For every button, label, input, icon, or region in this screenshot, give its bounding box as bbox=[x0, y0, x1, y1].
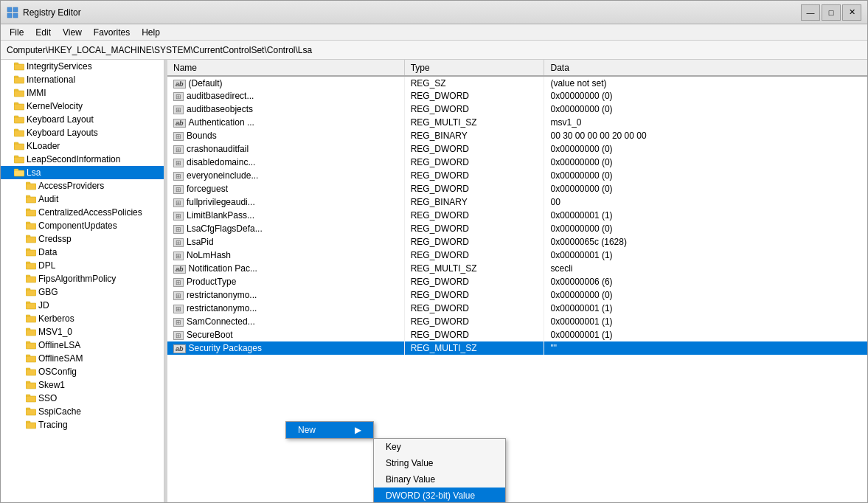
svg-rect-43 bbox=[26, 316, 36, 322]
table-row[interactable]: ⊞restrictanonymo...REG_DWORD0x00000001 (… bbox=[167, 302, 867, 315]
col-header-name[interactable]: Name bbox=[167, 60, 404, 76]
expand-icon bbox=[15, 407, 24, 416]
table-row[interactable]: ⊞LsaCfgFlagsDefa...REG_DWORD0x00000000 (… bbox=[167, 222, 867, 235]
folder-icon bbox=[26, 341, 36, 350]
table-row[interactable]: ⊞auditbaseobjectsREG_DWORD0x00000000 (0) bbox=[167, 103, 867, 116]
context-new-item[interactable]: New ▶ bbox=[286, 422, 373, 438]
submenu-item[interactable]: Key bbox=[374, 439, 505, 455]
tree-item[interactable]: Audit bbox=[1, 192, 164, 206]
expand-icon bbox=[15, 248, 24, 257]
tree-item[interactable]: MSV1_0 bbox=[1, 325, 164, 339]
expand-icon bbox=[15, 314, 24, 323]
menu-help[interactable]: Help bbox=[136, 26, 166, 39]
table-row[interactable]: ⊞disabledomainc...REG_DWORD0x00000000 (0… bbox=[167, 156, 867, 169]
tree-item[interactable]: SSO bbox=[1, 392, 164, 405]
tree-item[interactable]: Keyboard Layouts bbox=[1, 126, 164, 139]
menu-edit[interactable]: Edit bbox=[29, 26, 57, 39]
submenu-item[interactable]: String Value bbox=[374, 455, 505, 471]
tree-item[interactable]: Kerberos bbox=[1, 312, 164, 325]
bin-icon: ⊞ bbox=[173, 252, 184, 260]
table-row[interactable]: ⊞SecureBootREG_DWORD0x00000001 (1) bbox=[167, 328, 867, 341]
tree-item[interactable]: Data bbox=[1, 246, 164, 259]
expand-icon bbox=[15, 208, 24, 217]
submenu-item[interactable]: Binary Value bbox=[374, 471, 505, 488]
table-row[interactable]: ⊞crashonauditfailREG_DWORD0x00000000 (0) bbox=[167, 142, 867, 156]
submenu-item[interactable]: DWORD (32-bit) Value bbox=[374, 488, 505, 502]
svg-rect-2 bbox=[7, 13, 12, 18]
tree-item[interactable]: KernelVelocity bbox=[1, 100, 164, 113]
tree-item[interactable]: ComponentUpdates bbox=[1, 219, 164, 232]
bin-icon: ⊞ bbox=[173, 238, 184, 247]
table-row[interactable]: ⊞LimitBlankPass...REG_DWORD0x00000001 (1… bbox=[167, 209, 867, 222]
tree-item[interactable]: JD bbox=[1, 299, 164, 312]
table-row[interactable]: ⊞NoLmHashREG_DWORD0x00000001 (1) bbox=[167, 249, 867, 262]
table-row[interactable]: ⊞restrictanonymo...REG_DWORD0x00000000 (… bbox=[167, 288, 867, 302]
values-scroll[interactable]: Name Type Data ab(Default)REG_SZ(value n… bbox=[167, 60, 867, 502]
tree-item[interactable]: FipsAlgorithmPolicy bbox=[1, 272, 164, 285]
bin-icon: ⊞ bbox=[173, 198, 184, 207]
svg-rect-59 bbox=[26, 423, 36, 429]
table-row[interactable]: ab(Default)REG_SZ(value not set) bbox=[167, 76, 867, 89]
tree-item[interactable]: Tracing bbox=[1, 418, 164, 431]
table-row[interactable]: ⊞fullprivilegeaudi...REG_BINARY00 bbox=[167, 195, 867, 209]
tree-item[interactable]: OfflineSAM bbox=[1, 352, 164, 365]
bin-icon: ⊞ bbox=[173, 225, 184, 234]
bin-icon: ⊞ bbox=[173, 132, 184, 141]
table-row[interactable]: ⊞auditbasedirect...REG_DWORD0x00000000 (… bbox=[167, 89, 867, 103]
svg-rect-55 bbox=[26, 396, 36, 402]
menu-bar: File Edit View Favorites Help bbox=[1, 24, 867, 41]
tree-item[interactable]: Lsa bbox=[1, 166, 164, 179]
minimize-button[interactable]: — bbox=[801, 4, 820, 21]
table-row[interactable]: abAuthentication ...REG_MULTI_SZmsv1_0 bbox=[167, 116, 867, 129]
table-row[interactable]: ⊞LsaPidREG_DWORD0x0000065c (1628) bbox=[167, 235, 867, 249]
table-row[interactable]: ⊞SamConnected...REG_DWORD0x00000001 (1) bbox=[167, 315, 867, 328]
tree-item[interactable]: International bbox=[1, 73, 164, 86]
table-row[interactable]: ⊞ProductTypeREG_DWORD0x00000006 (6) bbox=[167, 275, 867, 288]
col-header-data[interactable]: Data bbox=[544, 60, 867, 76]
table-row[interactable]: abSecurity PackagesREG_MULTI_SZ"" bbox=[167, 341, 867, 355]
bin-icon: ⊞ bbox=[173, 105, 184, 114]
maximize-button[interactable]: □ bbox=[822, 4, 841, 21]
tree-item[interactable]: Credssp bbox=[1, 232, 164, 246]
tree-item[interactable]: IMMI bbox=[1, 86, 164, 100]
svg-rect-17 bbox=[14, 144, 24, 150]
svg-rect-27 bbox=[26, 210, 36, 216]
tree-item[interactable]: GBG bbox=[1, 285, 164, 299]
menu-file[interactable]: File bbox=[4, 26, 29, 39]
expand-icon bbox=[4, 155, 13, 164]
tree-item[interactable]: Skew1 bbox=[1, 378, 164, 392]
svg-rect-49 bbox=[26, 356, 36, 362]
expand-icon bbox=[4, 89, 13, 97]
table-row[interactable]: ⊞BoundsREG_BINARY00 30 00 00 00 20 00 00 bbox=[167, 129, 867, 142]
tree-item[interactable]: LeapSecondInformation bbox=[1, 153, 164, 166]
tree-item[interactable]: OSConfig bbox=[1, 365, 164, 378]
window-title: Registry Editor bbox=[23, 7, 801, 18]
close-button[interactable]: ✕ bbox=[842, 4, 861, 21]
tree-item[interactable]: DPL bbox=[1, 259, 164, 272]
expand-icon bbox=[15, 181, 24, 190]
table-row[interactable]: abNotification Pac...REG_MULTI_SZscecli bbox=[167, 262, 867, 275]
table-row[interactable]: ⊞forceguestREG_DWORD0x00000000 (0) bbox=[167, 182, 867, 195]
bin-icon: ⊞ bbox=[173, 159, 184, 167]
address-bar: Computer\HKEY_LOCAL_MACHINE\SYSTEM\Curre… bbox=[1, 41, 867, 60]
folder-icon bbox=[26, 195, 36, 204]
tree-item[interactable]: Keyboard Layout bbox=[1, 113, 164, 126]
col-header-type[interactable]: Type bbox=[404, 60, 544, 76]
tree-item[interactable]: SspiCache bbox=[1, 405, 164, 418]
tree-item[interactable]: CentralizedAccessPolicies bbox=[1, 206, 164, 219]
menu-view[interactable]: View bbox=[57, 26, 88, 39]
tree-item[interactable]: AccessProviders bbox=[1, 179, 164, 192]
tree-item[interactable]: OfflineLSA bbox=[1, 339, 164, 352]
tree-item[interactable]: KLoader bbox=[1, 139, 164, 153]
svg-rect-7 bbox=[14, 77, 24, 83]
folder-icon bbox=[26, 394, 36, 403]
table-row[interactable]: ⊞everyoneinclude...REG_DWORD0x00000000 (… bbox=[167, 169, 867, 182]
bin-icon: ⊞ bbox=[173, 172, 184, 181]
tree-item[interactable]: IntegrityServices bbox=[1, 60, 164, 73]
expand-icon bbox=[15, 367, 24, 376]
svg-rect-1 bbox=[13, 7, 18, 12]
expand-icon bbox=[4, 115, 13, 124]
bin-icon: ⊞ bbox=[173, 278, 184, 287]
folder-icon bbox=[26, 235, 36, 243]
menu-favorites[interactable]: Favorites bbox=[88, 26, 136, 39]
